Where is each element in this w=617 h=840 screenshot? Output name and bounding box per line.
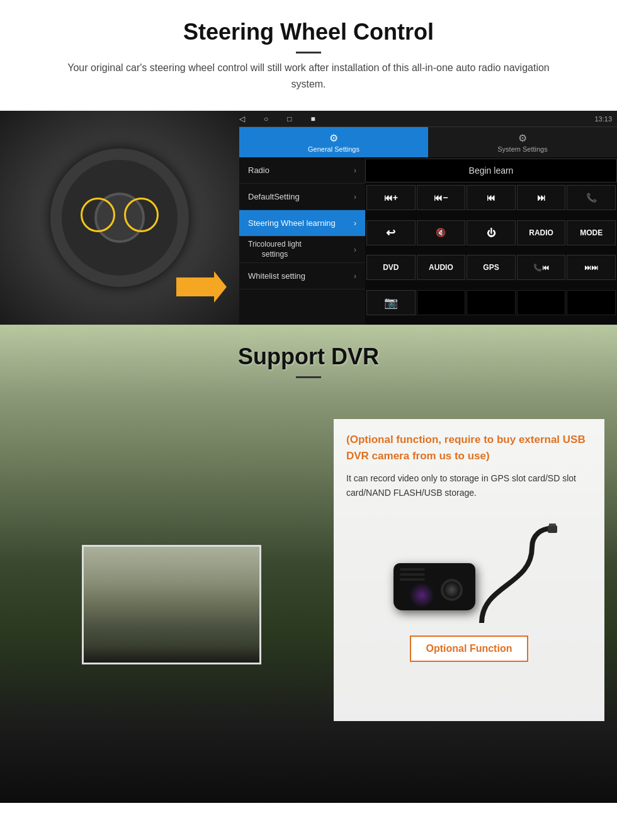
vent-2 <box>400 573 425 576</box>
svg-marker-0 <box>176 271 227 303</box>
svg-rect-1 <box>548 525 557 533</box>
dvr-info-card: (Optional function, require to buy exter… <box>334 419 604 721</box>
menu-item-tricoloured[interactable]: Tricoloured light settings › <box>239 237 365 263</box>
dashcam-thumbnail <box>82 545 261 664</box>
ctrl-empty-2 <box>467 290 516 315</box>
ctrl-ff[interactable]: ⏭⏭ <box>567 255 616 280</box>
content-area: Radio › DefaultSetting › Steering Wheel … <box>239 157 617 325</box>
ctrl-vol-minus[interactable]: ⏮− <box>417 185 466 210</box>
dvr-title-area: Support DVR <box>0 325 617 397</box>
tab-system-settings[interactable]: ⚙ System Settings <box>428 127 617 157</box>
chevron-icon-radio: › <box>354 166 356 175</box>
ctrl-power[interactable]: ⏻ <box>467 220 516 245</box>
steering-title-area: Steering Wheel Control Your original car… <box>0 0 617 111</box>
android-nav-bar: ◁ ○ □ ■ 13:13 <box>239 111 617 127</box>
highlight-circle-right <box>124 198 159 232</box>
ctrl-mute[interactable]: 🔇 <box>417 220 466 245</box>
chevron-icon-default: › <box>354 193 356 201</box>
vent-3 <box>400 578 425 581</box>
dvr-section: Support DVR (Optional function, require … <box>0 325 617 803</box>
ctrl-vol-plus[interactable]: ⏮+ <box>366 185 416 210</box>
optional-function-button[interactable]: Optional Function <box>410 636 529 662</box>
menu-whitelist-label: Whitelist setting <box>248 271 305 281</box>
lens-glow <box>409 583 434 608</box>
menu-item-whitelist[interactable]: Whitelist setting › <box>239 263 365 289</box>
ctrl-prev[interactable]: ⏮ <box>467 185 516 210</box>
menu-list: Radio › DefaultSetting › Steering Wheel … <box>239 157 365 325</box>
menu-item-radio[interactable]: Radio › <box>239 157 365 184</box>
ctrl-phone-prev[interactable]: 📞⏮ <box>517 255 566 280</box>
cable-svg <box>431 522 557 623</box>
recents-nav-btn[interactable]: □ <box>287 115 292 123</box>
menu-item-default[interactable]: DefaultSetting › <box>239 184 365 210</box>
menu-tricoloured-label: Tricoloured light settings <box>248 240 302 259</box>
control-grid: ⏮+ ⏮− ⏮ ⏭ 📞 ↩ 🔇 ⏻ RADIO MODE DVD AUDIO <box>365 184 617 325</box>
svg-rect-2 <box>549 524 556 526</box>
ctrl-empty-1 <box>417 290 466 315</box>
ctrl-mode[interactable]: MODE <box>567 220 616 245</box>
begin-learn-row: Begin learn <box>365 157 617 184</box>
ctrl-back[interactable]: ↩ <box>366 220 416 245</box>
highlight-circle-left <box>81 198 115 232</box>
dvr-divider <box>296 376 321 378</box>
ctrl-phone[interactable]: 📞 <box>567 185 616 210</box>
steering-wheel <box>50 148 189 287</box>
menu-default-label: DefaultSetting <box>248 192 300 201</box>
vent-1 <box>400 568 425 571</box>
settings-icon: ⚙ <box>329 132 338 144</box>
steering-photo <box>0 111 239 325</box>
steering-subtitle: Your original car's steering wheel contr… <box>57 60 560 92</box>
back-nav-btn[interactable]: ◁ <box>239 115 245 123</box>
dvr-description: It can record video only to storage in G… <box>346 471 592 500</box>
ctrl-audio[interactable]: AUDIO <box>417 255 466 280</box>
chevron-icon-tricoloured: › <box>354 245 356 254</box>
menu-item-steering-learning[interactable]: Steering Wheel learning › <box>239 210 365 237</box>
dvr-camera-illustration <box>381 510 557 623</box>
title-divider <box>296 52 321 53</box>
android-ui-panel: ◁ ○ □ ■ 13:13 ⚙ General Settings ⚙ Syste… <box>239 111 617 325</box>
menu-steering-label: Steering Wheel learning <box>248 218 336 228</box>
menu-radio-label: Radio <box>248 165 269 175</box>
arrow-icon <box>176 268 227 306</box>
ctrl-empty-3 <box>517 290 566 315</box>
tab-bar: ⚙ General Settings ⚙ System Settings <box>239 127 617 157</box>
steering-bg <box>0 111 239 325</box>
tab-system-label: System Settings <box>497 145 547 153</box>
begin-learn-button[interactable]: Begin learn <box>365 159 617 182</box>
ctrl-radio[interactable]: RADIO <box>517 220 566 245</box>
dashcam-feed <box>84 547 259 663</box>
chevron-icon-steering: › <box>354 219 356 228</box>
steering-section: Steering Wheel Control Your original car… <box>0 0 617 325</box>
dvr-optional-title: (Optional function, require to buy exter… <box>346 432 592 464</box>
menu-nav-btn[interactable]: ■ <box>311 115 315 123</box>
status-time: 13:13 <box>594 115 612 123</box>
tab-general-settings[interactable]: ⚙ General Settings <box>239 127 428 157</box>
steering-title: Steering Wheel Control <box>25 19 592 45</box>
ctrl-dvd[interactable]: DVD <box>366 255 416 280</box>
button-grid-area: Begin learn ⏮+ ⏮− ⏮ ⏭ 📞 ↩ 🔇 ⏻ RADIO <box>365 157 617 325</box>
screenshot-area: ◁ ○ □ ■ 13:13 ⚙ General Settings ⚙ Syste… <box>0 111 617 325</box>
ctrl-empty-4 <box>567 290 616 315</box>
system-settings-icon: ⚙ <box>518 132 527 144</box>
ctrl-camera[interactable]: 📷 <box>366 290 416 315</box>
tab-general-label: General Settings <box>308 145 359 153</box>
dvr-content-overlay: Support DVR <box>0 325 617 397</box>
dvr-title: Support DVR <box>25 344 592 370</box>
ctrl-gps[interactable]: GPS <box>467 255 516 280</box>
ctrl-next[interactable]: ⏭ <box>517 185 566 210</box>
home-nav-btn[interactable]: ○ <box>264 115 268 123</box>
chevron-icon-whitelist: › <box>354 272 356 281</box>
